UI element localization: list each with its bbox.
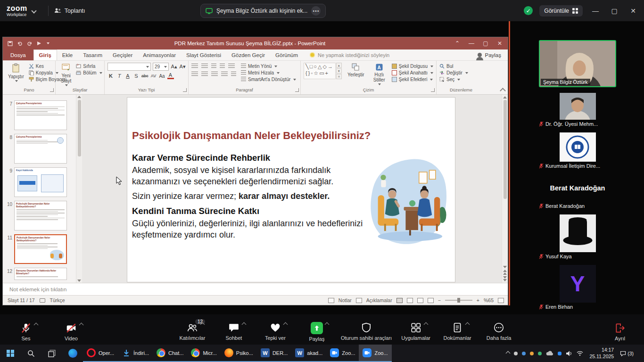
slide-scroll-down-icon[interactable] — [503, 266, 507, 268]
undo-icon[interactable] — [17, 41, 23, 46]
onedrive-cloud-icon[interactable] — [546, 351, 553, 356]
underline-button[interactable]: A — [124, 73, 131, 79]
tray-expand-chevron-icon[interactable] — [506, 351, 511, 356]
taskbar-app-zoom-2-active[interactable]: Zoo... — [359, 345, 391, 362]
thumbnail-slide-12[interactable]: 12 Danışma Oturumları Hakkında Neler Bil… — [6, 268, 75, 280]
taskbar-search-button[interactable] — [21, 345, 41, 362]
zoom-slider[interactable] — [445, 300, 472, 301]
change-case-button[interactable]: Aa — [159, 74, 165, 79]
justify-icon[interactable] — [221, 72, 228, 77]
thumbnail-slide-9[interactable]: 9 Kayıt Hakkında — [6, 167, 75, 197]
paste-button[interactable]: Yapıştır — [6, 63, 26, 82]
shapes-more-icon[interactable]: ≡ — [336, 74, 342, 79]
bold-button[interactable]: K — [107, 73, 114, 79]
host-tools-button[interactable]: Oturum sahibi araçları — [341, 317, 392, 341]
participant-tile-active-speaker[interactable]: Şeyma Bilgiz Öztürk — [539, 40, 616, 87]
normal-view-icon[interactable] — [396, 298, 403, 303]
taskbar-app-edge[interactable] — [62, 345, 83, 362]
taskbar-app-word-1[interactable]: WDER... — [257, 345, 291, 362]
shape-plus-icon[interactable]: + — [325, 70, 329, 76]
tray-icon-1[interactable] — [514, 352, 518, 355]
scroll-up-arrow-icon[interactable] — [77, 96, 81, 98]
decrease-indent-icon[interactable] — [211, 64, 216, 69]
shape-arrow-icon[interactable]: → — [328, 64, 334, 69]
tray-icon-3[interactable] — [530, 352, 534, 355]
previous-slide-button[interactable] — [503, 270, 507, 275]
view-button[interactable]: Görüntüle — [539, 5, 583, 16]
chat-button[interactable]: Sohbet — [216, 317, 251, 341]
thumbnail-slide-7[interactable]: 7 Çalışma Prensiplerimiz — [6, 100, 75, 130]
share-options-chevron-icon[interactable] — [324, 322, 329, 327]
tab-ekle[interactable]: Ekle — [57, 49, 78, 60]
tray-icon-4[interactable] — [538, 352, 542, 355]
thumbnail-scrollbar[interactable] — [76, 95, 82, 283]
video-options-chevron-icon[interactable] — [79, 323, 84, 328]
text-shadow-button[interactable]: S — [133, 73, 140, 79]
shape-rect-icon[interactable]: □ — [310, 64, 314, 69]
share-screen-button[interactable]: Paylaş — [299, 317, 334, 342]
ppt-restore-button[interactable]: ▢ — [479, 40, 493, 47]
more-button[interactable]: Daha fazla — [481, 317, 516, 341]
shape-effects-button[interactable]: Şekil Efektleri — [392, 77, 433, 82]
docs-options-chevron-icon[interactable] — [465, 322, 470, 327]
ppt-close-button[interactable]: ✕ — [493, 40, 507, 47]
fit-slide-to-window-icon[interactable] — [498, 298, 504, 303]
leave-button[interactable]: Ayrıl — [603, 318, 637, 341]
shape-line-icon[interactable]: ╲ — [305, 64, 310, 69]
notes-pane[interactable]: Not eklemek için tıklatın — [3, 283, 508, 295]
new-slide-button[interactable]: * Yeni Slayt — [58, 63, 74, 87]
taskbar-app-chrome-1[interactable]: Chat... — [153, 345, 187, 362]
bullets-icon[interactable] — [191, 64, 198, 69]
smartart-button[interactable]: SmartArt'a Dönüştür — [241, 77, 296, 82]
next-slide-button[interactable] — [503, 276, 507, 281]
find-button[interactable]: Bul — [439, 64, 468, 69]
taskbar-app-downloads[interactable]: İndiri... — [118, 345, 153, 362]
section-button[interactable]: Bölüm — [76, 70, 102, 75]
decrease-font-button[interactable]: A▾ — [179, 64, 186, 70]
docs-button[interactable]: Dokümanlar — [440, 317, 475, 341]
tab-animasyonlar[interactable]: Animasyonlar — [138, 49, 181, 60]
ribbon-display-options-icon[interactable]: ⌃ — [450, 40, 464, 47]
slide-scroll-up-icon[interactable] — [503, 96, 507, 99]
shapes-scroll-up-icon[interactable]: ▴ — [336, 63, 342, 68]
participant-tile-3[interactable]: Kurumsal İletişim Dire... — [539, 132, 616, 169]
zoom-in-button[interactable]: + — [477, 297, 479, 303]
zoom-slider-thumb[interactable] — [457, 298, 460, 303]
start-slideshow-icon[interactable] — [37, 41, 41, 46]
shape-circle-icon[interactable]: ○ — [314, 64, 318, 69]
speaker-icon[interactable] — [566, 351, 572, 356]
tab-meeting[interactable]: Toplantı — [54, 7, 85, 14]
tab-tasarim[interactable]: Tasarım — [78, 49, 107, 60]
slide[interactable]: Psikolojik Danışmandan Neler Bekleyebili… — [127, 98, 455, 282]
zoom-out-button[interactable]: − — [438, 297, 441, 303]
slide-scrollbar-thumb[interactable] — [504, 100, 507, 199]
shape-callout-icon[interactable]: ▭ — [319, 70, 325, 76]
participant-tile-5[interactable]: Yusuf Kaya — [539, 214, 616, 259]
audio-button[interactable]: Ses — [8, 318, 43, 341]
tab-dosya[interactable]: Dosya — [3, 49, 33, 60]
drawing-dialog-launcher-icon[interactable] — [431, 88, 435, 92]
notes-toggle-icon[interactable] — [328, 298, 334, 303]
tab-giris[interactable]: Giriş — [33, 49, 57, 60]
reactions-options-chevron-icon[interactable] — [283, 322, 288, 327]
tab-options-icon[interactable]: ••• — [311, 6, 321, 16]
align-text-button[interactable]: Metni Hizala — [241, 70, 296, 75]
task-view-button[interactable] — [41, 345, 62, 362]
audio-options-chevron-icon[interactable] — [34, 323, 39, 328]
collapse-ribbon-chevron-icon[interactable] — [500, 88, 506, 94]
tell-me-search[interactable]: Ne yapmak istediğinizi söyleyin — [310, 49, 389, 60]
thumbnail-slide-11-selected[interactable]: 11 Psikolojik Danışmandan Neler Bekleyeb… — [6, 234, 75, 264]
slide-title-text[interactable]: Psikolojik Danışmandan Neler Bekleyebili… — [132, 130, 371, 142]
scrollbar-thumb[interactable] — [78, 100, 81, 156]
shape-diamond-icon[interactable]: ◇ — [322, 64, 327, 69]
shapes-gallery[interactable]: ╲□○△◇→ {}◦☆▭+ — [304, 63, 336, 79]
align-left-icon[interactable] — [191, 72, 198, 77]
workspace-dropdown-chevron-icon[interactable] — [31, 8, 36, 13]
start-button[interactable] — [0, 345, 21, 362]
clipboard-dialog-launcher-icon[interactable] — [50, 88, 54, 92]
notes-toggle-label[interactable]: Notlar — [339, 297, 352, 303]
encryption-shield-icon[interactable]: ✓ — [524, 6, 533, 15]
quick-styles-button[interactable]: A Hızlı Stiller — [370, 63, 388, 86]
font-size-combo[interactable]: 29 — [153, 63, 169, 71]
tab-gorunum[interactable]: Görünüm — [270, 49, 303, 60]
